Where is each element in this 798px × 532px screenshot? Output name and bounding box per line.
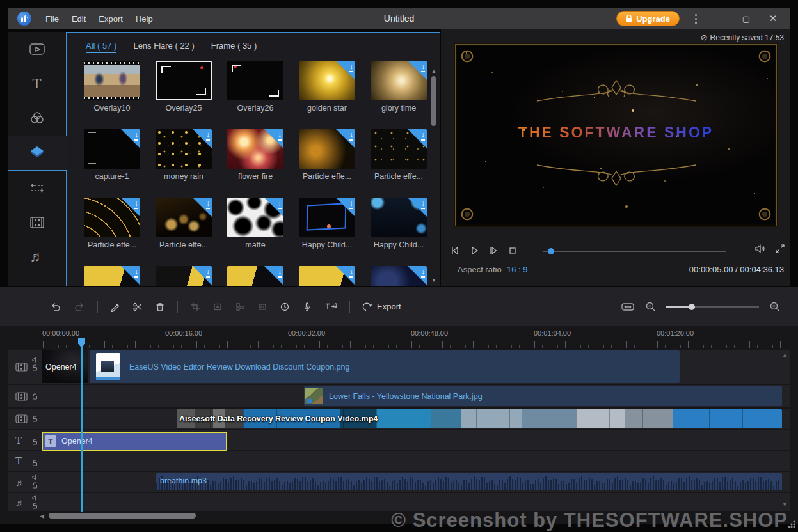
volume-icon[interactable] [754,244,766,256]
download-icon[interactable] [264,129,283,148]
fit-timeline-icon[interactable] [621,302,635,312]
zoom-in-icon[interactable] [769,301,780,312]
clip-opener-text[interactable]: T Opener4 [42,432,227,451]
minimize-button[interactable]: — [712,13,726,24]
effect-item[interactable] [84,266,140,286]
seek-handle[interactable] [548,248,554,254]
effect-item[interactable]: Particle effe... [84,198,140,249]
timeline-zoom-slider[interactable] [666,306,759,308]
download-icon[interactable] [408,129,427,148]
download-icon[interactable] [336,129,355,148]
effect-item[interactable]: Overlay10 [84,61,140,113]
clip-audio[interactable]: breathin.mp3 [156,473,782,490]
menu-export[interactable]: Export [99,14,123,24]
download-icon[interactable] [193,129,212,148]
effect-item[interactable]: Particle effe... [299,129,355,181]
effects-scrollbar[interactable]: ▲ ▼ [431,68,437,283]
effect-item[interactable]: matte [227,198,283,249]
effect-item[interactable]: Happy Child... [299,198,355,249]
download-icon[interactable] [121,129,140,148]
mute-track-icon[interactable] [32,357,38,363]
sidebar-item-elements[interactable] [8,205,66,240]
effect-item[interactable]: glory time [371,61,427,113]
scrollbar-thumb[interactable] [431,76,436,126]
scroll-down-icon[interactable]: ▼ [782,501,788,508]
upgrade-button[interactable]: Upgrade [616,11,680,26]
effect-item[interactable]: Overlay26 [227,61,283,113]
fullscreen-icon[interactable] [775,244,785,256]
lock-track-icon[interactable] [32,460,38,466]
crop-button[interactable] [190,302,200,312]
menu-file[interactable]: File [45,14,59,24]
menu-help[interactable]: Help [136,14,153,24]
mute-track-icon[interactable] [32,474,38,480]
clip-lower-falls[interactable]: Lower Falls - Yellowstone National Park.… [304,386,782,406]
sidebar-item-transitions[interactable] [8,171,66,205]
mute-track-icon[interactable] [32,495,38,501]
scroll-up-icon[interactable]: ▲ [782,352,788,358]
preview-video[interactable]: THE SOFTWARE SHOP [454,43,778,227]
scroll-down-icon[interactable]: ▼ [431,278,437,283]
lock-track-icon[interactable] [32,503,38,509]
stop-button[interactable] [507,246,518,256]
play-button[interactable] [469,246,479,256]
menu-edit[interactable]: Edit [72,14,86,24]
tab-all[interactable]: All ( 57 ) [86,41,116,53]
download-icon[interactable] [408,266,427,285]
effect-item[interactable]: money rain [156,129,212,181]
zoom-out-icon[interactable] [645,301,656,312]
resize-grip[interactable] [788,520,795,528]
effect-item[interactable]: capture-1 [84,129,140,181]
sidebar-item-media[interactable] [8,32,66,66]
text-to-speech-button[interactable] [324,302,337,312]
download-icon[interactable] [121,198,140,217]
lock-track-icon[interactable] [32,393,38,400]
lock-track-icon[interactable] [32,482,38,489]
voiceover-button[interactable] [302,302,312,312]
scroll-up-icon[interactable]: ▲ [431,68,437,74]
download-icon[interactable] [121,266,140,285]
download-icon[interactable] [193,198,212,217]
download-icon[interactable] [408,61,427,80]
edit-button[interactable] [110,302,120,312]
scroll-left-icon[interactable]: ◀ [40,513,44,519]
more-menu-icon[interactable] [692,14,699,24]
effect-item[interactable]: Happy Child... [371,198,427,249]
maximize-button[interactable]: ▢ [739,14,753,24]
effect-item[interactable] [371,266,427,286]
playhead-line[interactable] [81,340,83,512]
tab-frame[interactable]: Frame ( 35 ) [211,41,257,53]
zoom-slider-handle[interactable] [689,304,695,310]
sidebar-item-overlays[interactable] [8,136,67,170]
effect-item[interactable]: Particle effe... [156,198,212,249]
clip-easeus-png[interactable]: EaseUS Video Editor Review Download Disc… [90,350,680,383]
sidebar-item-filters[interactable] [8,101,66,136]
download-icon[interactable] [264,266,283,285]
aspect-ratio-value[interactable]: 16 : 9 [507,265,528,274]
duration-button[interactable] [280,302,290,312]
effect-item[interactable]: Overlay25 [156,61,212,113]
close-button[interactable]: ✕ [766,13,780,24]
next-frame-button[interactable] [488,246,499,256]
download-icon[interactable] [336,198,355,217]
freeze-frame-button[interactable] [257,302,267,312]
timeline-horizontal-scrollbar[interactable] [49,513,196,519]
download-icon[interactable] [193,266,212,285]
download-icon[interactable] [336,61,355,80]
sidebar-item-text[interactable]: T [8,66,66,101]
clip-aiseesoft-video[interactable]: Aiseesoft Data Recovery Review Coupon Vi… [177,409,782,428]
effect-item[interactable]: flower fire [227,129,283,181]
mosaic-button[interactable] [235,302,245,312]
lock-track-icon[interactable] [32,416,38,422]
timeline-ruler[interactable]: 00:00:00.00 00:00:16.00 00:00:32.00 00:0… [8,326,790,348]
tab-lens-flare[interactable]: Lens Flare ( 22 ) [133,41,194,53]
export-button[interactable]: Export [362,302,401,312]
download-icon[interactable] [264,198,283,217]
effect-item[interactable]: golden star [299,61,355,113]
download-icon[interactable] [336,266,355,285]
seek-slider[interactable] [543,251,726,252]
effect-item[interactable] [299,266,355,286]
download-icon[interactable] [408,198,427,217]
undo-button[interactable] [50,302,61,312]
redo-button[interactable] [74,302,85,312]
